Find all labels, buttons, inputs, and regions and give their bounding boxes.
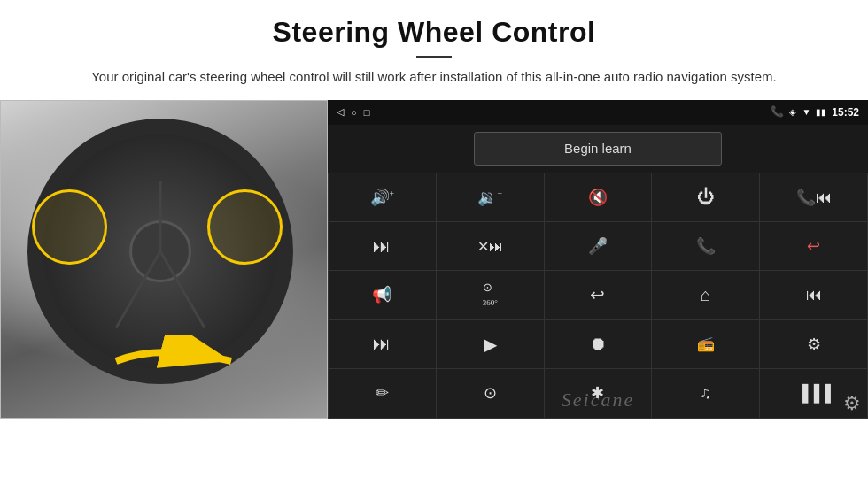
radio-icon: 📻 xyxy=(697,335,715,352)
call-button[interactable]: 📞 xyxy=(652,222,759,270)
eq-icon: ⚙ xyxy=(807,335,821,354)
subtitle-text: Your original car's steering wheel contr… xyxy=(53,67,815,88)
status-bar: ◁ ○ □ 📞 ◈ ▼ ▮▮ 15:52 xyxy=(328,100,868,125)
location-icon: ◈ xyxy=(789,107,796,117)
phone-status-icon: 📞 xyxy=(771,105,784,119)
power-icon: ⏻ xyxy=(697,187,715,207)
bluetooth-button[interactable]: ✱ xyxy=(545,369,652,417)
prev-track-button[interactable]: 📞⏮ xyxy=(760,173,867,221)
360-icon: ⊙360° xyxy=(483,281,498,309)
content-section: ◁ ○ □ 📞 ◈ ▼ ▮▮ 15:52 Begin learn xyxy=(0,100,868,486)
begin-learn-row: Begin learn xyxy=(328,125,868,173)
vol-down-icon: 🔉− xyxy=(477,188,502,207)
home-nav-icon: ⌂ xyxy=(701,285,711,305)
vol-down-button[interactable]: 🔉− xyxy=(437,173,544,221)
skip-forward-icon: ⏭ xyxy=(373,334,391,354)
settings-icon: ⊙ xyxy=(484,383,497,403)
car-image xyxy=(0,100,328,419)
controls-grid: 🔊+ 🔉− 🔇 ⏻ 📞⏮ ⏭ ✕⏭ xyxy=(328,173,868,419)
power-button[interactable]: ⏻ xyxy=(652,173,759,221)
mic-button[interactable]: 🎤 xyxy=(545,222,652,270)
back-icon[interactable]: ◁ xyxy=(337,106,344,118)
call-icon: 📞 xyxy=(696,236,716,256)
skip-forward-button[interactable]: ⏭ xyxy=(329,320,436,368)
eject-icon: ⏺ xyxy=(589,334,607,354)
mute-button[interactable]: 🔇 xyxy=(545,173,652,221)
music-icon: ♫ xyxy=(700,384,712,403)
music-button[interactable]: ♫ xyxy=(652,369,759,417)
360-button[interactable]: ⊙360° xyxy=(437,271,544,319)
volume-wave-icon: ▐▐▐ xyxy=(796,384,830,403)
eject-button[interactable]: ⏺ xyxy=(545,320,652,368)
back-nav-button[interactable]: ↩ xyxy=(545,271,652,319)
yellow-arrow-icon xyxy=(107,335,240,388)
settings-button[interactable]: ⊙ xyxy=(437,369,544,417)
begin-learn-button[interactable]: Begin learn xyxy=(474,132,722,166)
play-pause-icon: ✕⏭ xyxy=(477,238,503,255)
nav-button[interactable]: ▶ xyxy=(437,320,544,368)
status-bar-right: 📞 ◈ ▼ ▮▮ 15:52 xyxy=(771,105,859,119)
eq-button[interactable]: ⚙ xyxy=(760,320,867,368)
end-call-icon: ↩ xyxy=(807,236,820,256)
next-icon: ⏭ xyxy=(373,236,391,257)
circle-highlight-left xyxy=(32,189,107,265)
arrow-container xyxy=(107,335,240,391)
page-wrapper: Steering Wheel Control Your original car… xyxy=(0,0,868,485)
skip-back-button[interactable]: ⏮ xyxy=(760,271,867,319)
header-section: Steering Wheel Control Your original car… xyxy=(0,0,868,95)
mic-icon: 🎤 xyxy=(588,236,608,256)
android-panel: ◁ ○ □ 📞 ◈ ▼ ▮▮ 15:52 Begin learn xyxy=(328,100,868,419)
vol-up-icon: 🔊+ xyxy=(370,188,395,207)
speaker-icon: 📢 xyxy=(372,285,391,304)
nav-icon: ▶ xyxy=(484,334,497,355)
bluetooth-icon: ✱ xyxy=(591,383,604,403)
home-icon[interactable]: ○ xyxy=(351,107,357,118)
wifi-icon: ▼ xyxy=(802,107,810,117)
pen-icon: ✏ xyxy=(376,383,389,403)
car-image-inner xyxy=(1,101,327,418)
pen-button[interactable]: ✏ xyxy=(329,369,436,417)
prev-track-icon: 📞⏮ xyxy=(796,188,832,207)
speaker-button[interactable]: 📢 xyxy=(329,271,436,319)
status-bar-left: ◁ ○ □ xyxy=(337,106,369,118)
home-nav-button[interactable]: ⌂ xyxy=(652,271,759,319)
back-nav-icon: ↩ xyxy=(590,284,605,305)
signal-bars: ▮▮ xyxy=(816,107,826,117)
next-button[interactable]: ⏭ xyxy=(329,222,436,270)
clock: 15:52 xyxy=(832,106,859,119)
play-pause-button[interactable]: ✕⏭ xyxy=(437,222,544,270)
skip-back-icon: ⏮ xyxy=(806,286,822,304)
end-call-button[interactable]: ↩ xyxy=(760,222,867,270)
title-divider xyxy=(416,56,452,58)
vol-up-button[interactable]: 🔊+ xyxy=(329,173,436,221)
recents-icon[interactable]: □ xyxy=(364,107,370,118)
gear-corner-button[interactable]: ⚙ xyxy=(843,392,861,415)
circle-highlight-right xyxy=(207,189,283,265)
page-title: Steering Wheel Control xyxy=(53,16,815,49)
radio-button[interactable]: 📻 xyxy=(652,320,759,368)
mute-icon: 🔇 xyxy=(588,188,608,207)
